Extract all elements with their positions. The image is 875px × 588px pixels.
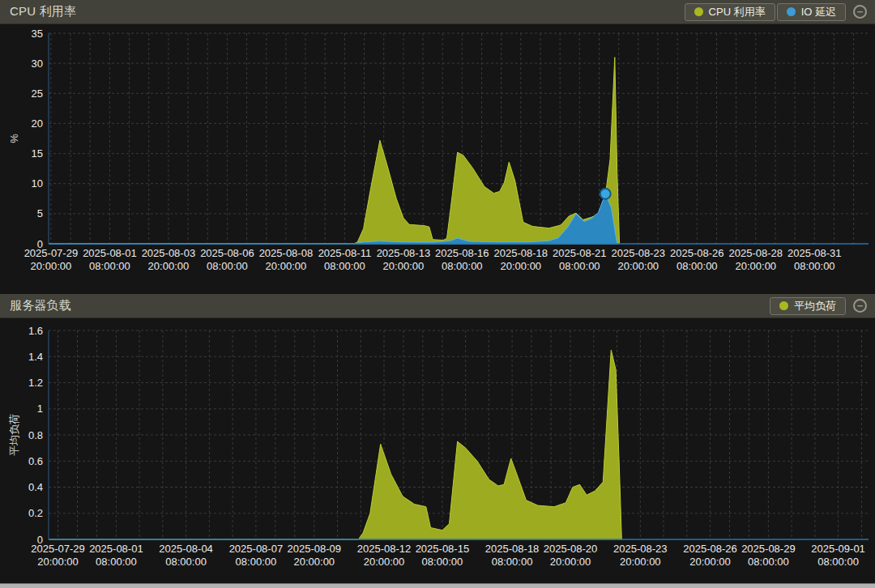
y-tick-label: 1 <box>37 403 43 415</box>
y-tick-label: 5 <box>37 207 43 219</box>
load-legend: 平均负荷− <box>770 297 867 315</box>
server-load-panel: 服务器负载 平均负荷− 00.20.40.60.811.21.41.62025-… <box>0 294 875 583</box>
cpu-panel-header: CPU 利用率 CPU 利用率IO 延迟− <box>0 0 875 24</box>
x-tick-label-time: 20:00:00 <box>31 260 72 272</box>
x-tick-label-date: 2025-08-07 <box>229 543 284 555</box>
legend-label: CPU 利用率 <box>709 5 766 19</box>
x-tick-label-time: 20:00:00 <box>500 260 541 272</box>
x-tick-label-time: 08:00:00 <box>89 260 130 272</box>
x-tick-label-date: 2025-08-06 <box>200 247 254 259</box>
cpu-usage-panel: CPU 利用率 CPU 利用率IO 延迟− 051015202530352025… <box>0 0 875 294</box>
x-tick-label-date: 2025-08-01 <box>89 543 143 555</box>
y-tick-label: 1.6 <box>28 325 43 337</box>
x-tick-label-date: 2025-08-26 <box>683 543 737 555</box>
x-tick-label-time: 20:00:00 <box>37 556 79 568</box>
x-tick-label-date: 2025-08-11 <box>318 247 372 259</box>
window-bottom-strip <box>0 583 875 588</box>
x-tick-label-date: 2025-08-12 <box>357 543 412 555</box>
x-tick-label-time: 08:00:00 <box>422 556 463 568</box>
legend-button[interactable]: IO 延迟 <box>777 3 846 21</box>
x-tick-label-date: 2025-08-20 <box>544 543 598 555</box>
y-tick-label: 20 <box>32 117 43 130</box>
x-tick-label-time: 20:00:00 <box>617 260 659 272</box>
x-tick-label-time: 08:00:00 <box>96 556 137 568</box>
x-tick-label-time: 20:00:00 <box>620 556 661 568</box>
x-tick-label-date: 2025-08-08 <box>259 247 314 259</box>
y-tick-label: 35 <box>32 28 43 40</box>
page-title: 服务器负载 <box>10 298 71 313</box>
minus-circle-icon[interactable]: − <box>853 299 867 313</box>
x-tick-label-date: 2025-08-29 <box>741 543 796 555</box>
y-tick-label: 0.2 <box>28 507 43 519</box>
y-tick-label: 1.4 <box>28 351 43 363</box>
y-axis-title: % <box>8 134 20 143</box>
x-tick-label-time: 08:00:00 <box>165 556 207 568</box>
x-tick-label-date: 2025-07-29 <box>24 247 79 259</box>
x-tick-label-time: 08:00:00 <box>442 260 483 272</box>
x-tick-label-date: 2025-08-23 <box>613 543 668 555</box>
x-tick-label-time: 20:00:00 <box>266 260 307 272</box>
x-tick-label-date: 2025-09-01 <box>811 543 865 555</box>
x-tick-label-date: 2025-08-31 <box>788 247 842 259</box>
x-tick-label-date: 2025-08-15 <box>416 543 470 555</box>
x-tick-label-time: 20:00:00 <box>689 556 731 568</box>
y-tick-label: 0.6 <box>28 455 43 467</box>
x-tick-label-date: 2025-08-21 <box>553 247 607 259</box>
y-tick-label: 15 <box>32 147 43 160</box>
x-tick-label-time: 08:00:00 <box>236 556 277 568</box>
x-tick-label-time: 08:00:00 <box>207 260 248 272</box>
x-tick-label-time: 20:00:00 <box>364 556 405 568</box>
page-title: CPU 利用率 <box>10 4 76 19</box>
area-series-0 <box>49 58 620 244</box>
legend-label: 平均负荷 <box>794 299 836 313</box>
x-tick-label-time: 08:00:00 <box>324 260 365 272</box>
load-panel-header: 服务器负载 平均负荷− <box>0 294 875 318</box>
legend-color-dot-icon <box>787 7 796 16</box>
y-tick-label: 0.8 <box>28 429 43 441</box>
x-tick-label-time: 20:00:00 <box>148 260 190 272</box>
y-tick-label: 10 <box>32 177 43 190</box>
y-tick-label: 25 <box>32 87 43 100</box>
x-tick-label-date: 2025-08-18 <box>494 247 548 259</box>
y-axis-title: 平均负荷 <box>8 414 20 456</box>
minus-circle-icon[interactable]: − <box>853 5 867 19</box>
legend-label: IO 延迟 <box>801 5 836 19</box>
y-tick-label: 0.4 <box>28 481 43 493</box>
x-tick-label-date: 2025-08-26 <box>670 247 724 259</box>
x-tick-label-date: 2025-08-01 <box>83 247 137 259</box>
legend-button[interactable]: CPU 利用率 <box>685 3 775 21</box>
legend-color-dot-icon <box>779 301 788 310</box>
y-tick-label: 30 <box>32 58 43 70</box>
x-tick-label-date: 2025-08-09 <box>288 543 342 555</box>
y-tick-label: 1.2 <box>28 377 43 389</box>
x-tick-label-date: 2025-08-03 <box>142 247 196 259</box>
cpu-legend: CPU 利用率IO 延迟− <box>685 3 867 21</box>
x-tick-label-time: 20:00:00 <box>735 260 776 272</box>
x-tick-label-date: 2025-08-23 <box>612 247 666 259</box>
x-tick-label-time: 08:00:00 <box>748 556 789 568</box>
x-tick-label-date: 2025-08-28 <box>729 247 783 259</box>
area-series-0 <box>49 350 621 539</box>
x-tick-label-time: 08:00:00 <box>677 260 718 272</box>
cpu-usage-chart[interactable]: 051015202530352025-07-2920:00:002025-08-… <box>0 24 875 294</box>
x-tick-label-time: 08:00:00 <box>559 260 600 272</box>
x-tick-label-time: 08:00:00 <box>492 556 533 568</box>
x-tick-label-date: 2025-07-29 <box>31 543 85 555</box>
x-tick-label-date: 2025-08-04 <box>159 543 213 555</box>
x-tick-label-date: 2025-08-16 <box>435 247 489 259</box>
x-tick-label-date: 2025-08-18 <box>485 543 540 555</box>
x-tick-label-time: 08:00:00 <box>817 556 859 568</box>
x-tick-label-date: 2025-08-13 <box>377 247 431 259</box>
server-load-chart[interactable]: 00.20.40.60.811.21.41.62025-07-2920:00:0… <box>0 318 875 583</box>
x-tick-label-time: 20:00:00 <box>550 556 591 568</box>
legend-color-dot-icon <box>694 7 703 16</box>
x-tick-label-time: 08:00:00 <box>794 260 835 272</box>
data-point-marker[interactable] <box>600 189 611 199</box>
x-tick-label-time: 20:00:00 <box>383 260 425 272</box>
legend-button[interactable]: 平均负荷 <box>770 297 846 315</box>
x-tick-label-time: 20:00:00 <box>293 556 335 568</box>
